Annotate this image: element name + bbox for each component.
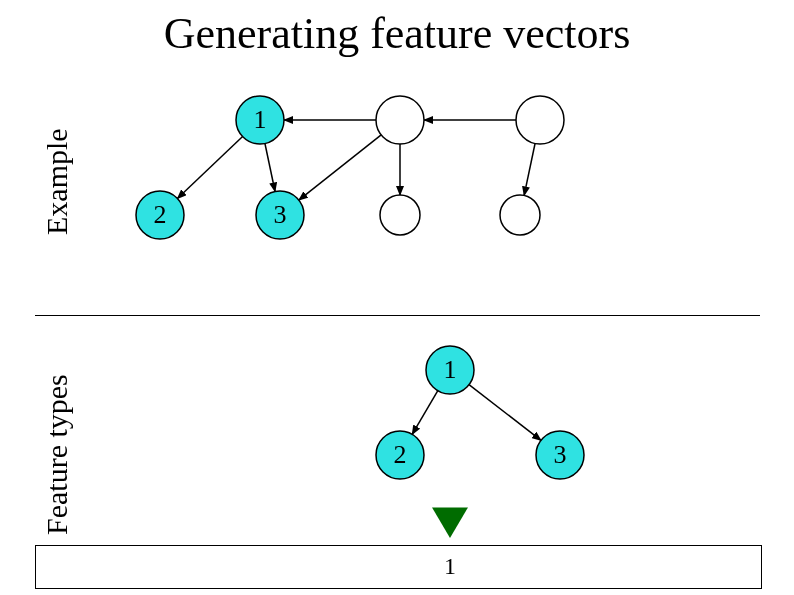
- node-number: 3: [554, 440, 567, 470]
- pointer-triangle-icon: [432, 507, 468, 538]
- graph-node: [500, 195, 540, 235]
- edge: [177, 137, 242, 199]
- count-row: [35, 545, 762, 589]
- graph-node: [380, 195, 420, 235]
- count-value: 1: [444, 553, 456, 580]
- edge: [524, 143, 535, 195]
- edge: [265, 143, 275, 191]
- graph-node: [376, 96, 424, 144]
- section-divider: [35, 315, 760, 316]
- node-number: 1: [444, 355, 457, 385]
- edge: [299, 135, 381, 200]
- edge: [469, 385, 541, 441]
- node-number: 3: [274, 200, 287, 230]
- node-number: 2: [394, 440, 407, 470]
- node-number: 2: [154, 200, 167, 230]
- edge: [412, 391, 438, 435]
- diagram-canvas: [0, 0, 794, 595]
- graph-node: [516, 96, 564, 144]
- node-number: 1: [254, 105, 267, 135]
